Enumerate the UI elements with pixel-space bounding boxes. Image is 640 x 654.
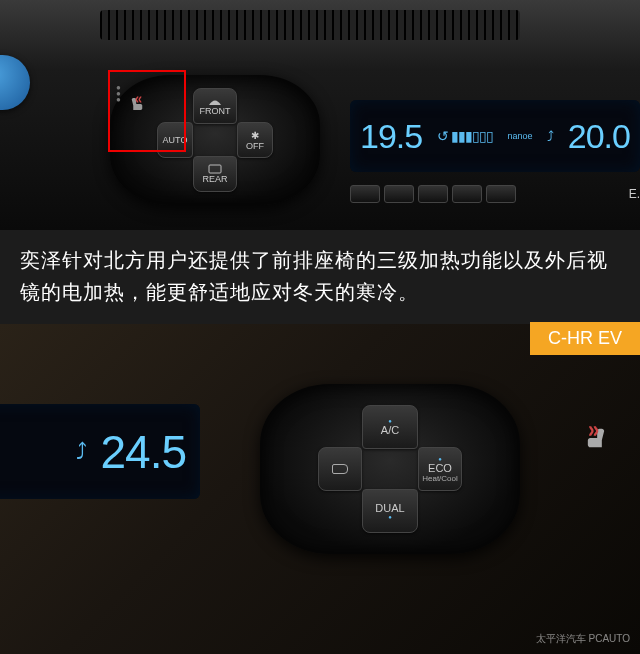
airflow-direction-icon: ⤴: [547, 128, 553, 144]
bottom-comparison-panel: ⤴ 24.5 ● A/C DUAL ● ● ECO Heat/Cool: [0, 324, 640, 654]
fan-icon: ✱: [251, 130, 259, 141]
comparison-caption: 奕泽针对北方用户还提供了前排座椅的三级加热功能以及外后视镜的电加热，能更舒适地应…: [0, 230, 640, 324]
strip-button[interactable]: [452, 185, 482, 203]
temp-readout-bottom: 24.5: [100, 425, 186, 479]
front-defrost-label: FRONT: [200, 106, 231, 116]
airflow-direction-icon: ⤴: [76, 439, 86, 465]
nanoe-indicator: nanoe: [507, 131, 532, 141]
rear-defrost-label: REAR: [202, 174, 227, 184]
rear-defrost-button[interactable]: REAR: [193, 156, 237, 192]
control-button-strip: E.: [350, 178, 640, 210]
strip-button[interactable]: [418, 185, 448, 203]
passenger-seat-heat-button[interactable]: [582, 424, 610, 458]
source-watermark: 太平洋汽车 PCAUTO: [536, 632, 630, 646]
fan-speed-icon: ↺ ▮▮▮▯▯▯: [437, 128, 493, 144]
indicator-dot-icon: ●: [388, 514, 392, 520]
eco-label: ECO: [428, 462, 452, 474]
eco-heat-cool-button[interactable]: ● ECO Heat/Cool: [418, 447, 462, 491]
blue-power-button[interactable]: [0, 55, 30, 110]
recirculation-button[interactable]: [318, 447, 362, 491]
strip-button[interactable]: [486, 185, 516, 203]
ac-label: A/C: [381, 424, 399, 436]
ac-button[interactable]: ● A/C: [362, 405, 418, 449]
strip-button[interactable]: [350, 185, 380, 203]
climate-control-pod-bottom: ● A/C DUAL ● ● ECO Heat/Cool: [260, 384, 520, 554]
highlight-box: [108, 70, 186, 152]
heat-cool-label: Heat/Cool: [422, 474, 458, 483]
off-button[interactable]: ✱ OFF: [237, 122, 273, 158]
dual-label: DUAL: [375, 502, 404, 514]
temp-readout-right: 20.0: [568, 117, 630, 156]
temp-readout-left: 19.5: [360, 117, 422, 156]
front-defrost-icon: [208, 96, 222, 106]
off-label: OFF: [246, 141, 264, 151]
climate-display-bottom: ⤴ 24.5: [0, 404, 200, 499]
front-defrost-button[interactable]: FRONT: [193, 88, 237, 124]
heated-seat-icon: [582, 424, 610, 452]
dual-button[interactable]: DUAL ●: [362, 489, 418, 533]
svg-rect-0: [209, 165, 221, 173]
vehicle-tag-bottom: C-HR EV: [530, 322, 640, 355]
badge-e: E.: [629, 187, 640, 201]
rear-defrost-icon: [208, 164, 222, 174]
car-recirculation-icon: [332, 464, 348, 474]
dashboard-vent: [100, 10, 520, 40]
top-comparison-panel: ●●● FRONT REAR AUTO ✱ OFF 19.5 ↺ ▮▮▮▯▯▯ …: [0, 0, 640, 230]
climate-display-top: 19.5 ↺ ▮▮▮▯▯▯ nanoe ⤴ 20.0: [350, 100, 640, 172]
strip-button[interactable]: [384, 185, 414, 203]
